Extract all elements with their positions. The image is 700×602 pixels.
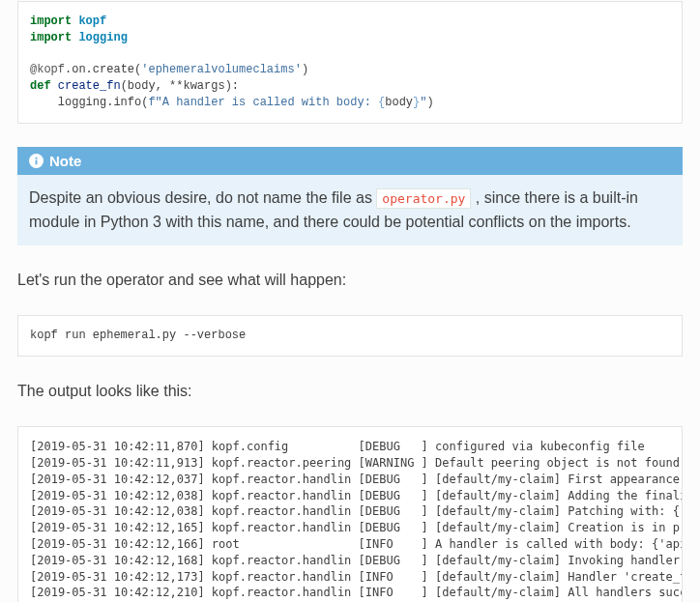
filename-literal: operator.py bbox=[376, 188, 471, 209]
run-operator-paragraph: Let's run the operator and see what will… bbox=[17, 269, 683, 292]
note-title-text: Note bbox=[49, 153, 81, 169]
python-code-block: import kopf import logging @kopf.on.crea… bbox=[17, 1, 683, 124]
svg-rect-2 bbox=[36, 158, 38, 159]
output-paragraph: The output looks like this: bbox=[17, 380, 683, 403]
shell-command-block: kopf run ephemeral.py --verbose bbox=[17, 315, 683, 357]
note-body: Despite an obvious desire, do not name t… bbox=[17, 175, 683, 246]
note-title-bar: Note bbox=[17, 147, 683, 175]
info-icon bbox=[29, 154, 44, 168]
svg-rect-1 bbox=[36, 159, 38, 164]
note-admonition: Note Despite an obvious desire, do not n… bbox=[17, 147, 683, 246]
log-output-block: [2019-05-31 10:42:11,870] kopf.config [D… bbox=[17, 426, 683, 602]
